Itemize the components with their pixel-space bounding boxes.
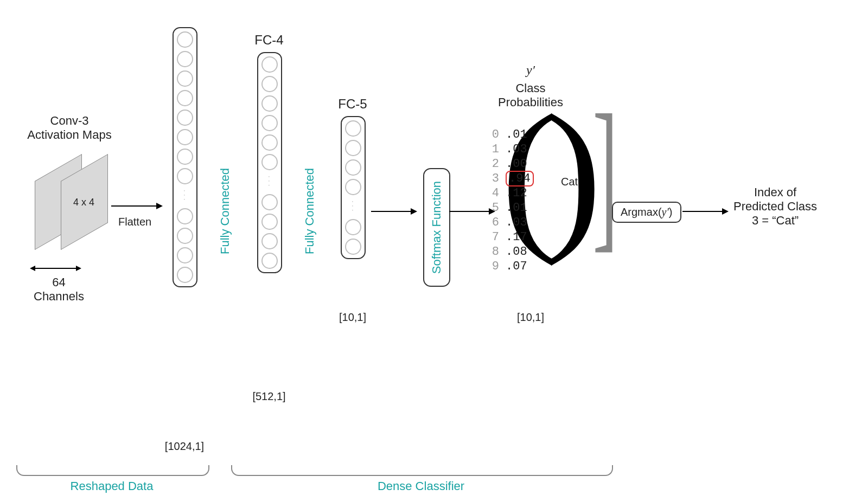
ellipsis: ··· [352,198,355,216]
fully-connected-label-1: Fully Connected [218,168,232,254]
neuron [177,149,193,165]
prob-value: .03 [506,216,538,229]
brace-reshaped [16,465,209,476]
channels-arrow [30,263,81,274]
svg-marker-10 [722,208,729,215]
conv3-block: Conv-3 Activation Maps 4 x 4 [21,114,118,257]
conv3-title-line2: Activation Maps [27,128,111,141]
svg-marker-2 [76,266,81,271]
prob-value: .01 [506,201,538,215]
brace-dense [231,465,613,476]
dense-caption: Dense Classifier [378,479,464,493]
channels-label: 64 Channels [34,275,84,304]
prob-index: 0 [487,128,499,141]
prob-index: 8 [487,245,499,259]
neuron [261,115,278,131]
bracket-right: ] [592,89,617,258]
yprime-label: y′ [526,63,535,78]
neuron [177,70,193,87]
prob-value: .01 [506,128,538,141]
neuron [177,51,193,67]
prob-value: .17 [506,230,538,244]
neuron [345,159,361,176]
prob-value: .07 [506,260,538,273]
prob-index: 7 [487,230,499,244]
svg-marker-4 [156,203,163,209]
prob-value: .03 [506,143,538,156]
softmax-box: Softmax Function [423,168,450,287]
neuron [345,140,361,156]
neuron [261,134,278,151]
neuron [345,120,361,137]
prob-index: 6 [487,216,499,229]
neuron [177,90,193,106]
conv3-title-line1: Conv-3 [50,114,89,127]
prob-value: .08 [506,245,538,259]
dim-512: [512,1] [252,390,285,403]
fc4-title: FC-4 [254,33,283,48]
out-l2: Predicted Class [733,199,817,213]
prob-index: 9 [487,260,499,273]
map-dim-label: 4 x 4 [73,197,94,208]
fc5-title: FC-5 [338,96,367,112]
prob-index: 5 [487,201,499,215]
neuron [177,168,193,184]
neuron [261,76,278,92]
dim-1024: [1024,1] [165,440,204,453]
neuron [345,179,361,195]
neuron [177,228,193,244]
softmax-label: Softmax Function [430,181,444,274]
prob-value: .94 [506,172,538,185]
neuron [261,214,278,230]
neuron [177,110,193,126]
prob-value-highlight: .94 [506,171,534,186]
flatten-arrow [111,201,163,211]
argmax-box: Argmax(y′) [612,202,681,223]
dim-10b: [10,1] [517,311,544,324]
diagram-canvas: Conv-3 Activation Maps 4 x 4 64 Channels… [0,0,868,502]
output-block: Index of Predicted Class 3 = “Cat” [733,185,817,228]
neuron [261,56,278,73]
neuron [261,154,278,170]
out-l3: 3 = “Cat” [752,214,799,227]
reshaped-caption: Reshaped Data [71,479,154,493]
fc5-vector: ··· [341,116,366,259]
fc4-vector: ··· [257,52,282,273]
prob-index: 1 [487,143,499,156]
prob-value: .12 [506,186,538,200]
neuron [177,208,193,224]
prob-index: 2 [487,157,499,171]
neuron [177,129,193,145]
neuron [177,267,193,283]
neuron [261,194,278,210]
prob-vector: 0.011.032.003.944.125.016.037.178.089.07 [487,128,538,273]
neuron [345,219,361,235]
flatten-label: Flatten [118,216,151,228]
ellipsis: ··· [183,188,187,205]
prob-index: 4 [487,186,499,200]
reshaped-vector: ··· [173,27,197,287]
svg-marker-1 [30,266,35,271]
neuron [177,247,193,263]
neuron [177,31,193,48]
conv3-title: Conv-3 Activation Maps [21,114,118,142]
arrow-argmax-out [682,206,729,217]
svg-marker-6 [411,208,417,215]
neuron [261,95,278,112]
arrow-fc5-softmax [371,206,417,217]
dim-10a: [10,1] [339,311,366,324]
neuron [261,233,278,249]
ellipsis: ··· [268,173,271,191]
prob-index: 3 [487,172,499,185]
out-l1: Index of [754,185,796,199]
neuron [345,239,361,255]
neuron [261,253,278,269]
channels-count: 64 [52,275,65,289]
fully-connected-label-2: Fully Connected [303,168,317,254]
channels-word: Channels [34,289,84,303]
activation-maps: 4 x 4 [35,149,111,257]
prob-value: .00 [506,157,538,171]
cat-label: Cat [561,176,578,188]
argmax-text: Argmax(y′) [621,206,673,218]
